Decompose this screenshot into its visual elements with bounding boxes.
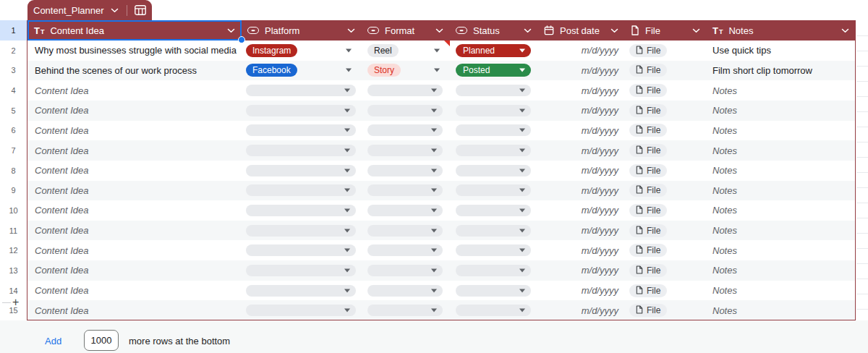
file-chip[interactable]: File <box>629 184 667 197</box>
cell-content-idea[interactable]: Content Idea <box>27 281 242 301</box>
format-placeholder-dropdown[interactable] <box>367 184 443 196</box>
cell-status[interactable] <box>450 281 538 301</box>
platform-placeholder-dropdown[interactable] <box>246 305 356 316</box>
cell-format[interactable]: Story <box>362 61 450 81</box>
cell-format[interactable] <box>362 240 450 260</box>
cell-file[interactable]: File <box>625 260 707 281</box>
chevron-down-icon[interactable] <box>610 28 618 33</box>
row-number[interactable]: 3 <box>0 61 27 81</box>
cell-status[interactable]: Planned <box>450 41 538 61</box>
cell-format[interactable] <box>362 300 450 320</box>
cell-format[interactable] <box>362 121 450 141</box>
status-placeholder-dropdown[interactable] <box>456 105 531 116</box>
dropdown-arrow-icon[interactable] <box>519 189 525 192</box>
cell-status[interactable] <box>450 300 538 320</box>
platform-chip[interactable]: Facebook <box>246 64 297 77</box>
chevron-down-icon[interactable] <box>841 28 849 33</box>
cell-notes[interactable]: Notes <box>707 181 856 201</box>
cell-platform[interactable] <box>242 240 362 260</box>
dropdown-arrow-icon[interactable] <box>431 169 437 172</box>
cell-post-date[interactable]: m/d/yyyy <box>538 41 625 61</box>
cell-content-idea[interactable]: Behind the scenes of our work process <box>27 61 242 81</box>
format-placeholder-dropdown[interactable] <box>367 85 443 96</box>
cell-status[interactable] <box>450 101 538 121</box>
platform-placeholder-dropdown[interactable] <box>246 124 356 136</box>
dropdown-arrow-icon[interactable] <box>344 89 350 93</box>
row-number[interactable]: 2 <box>0 41 27 61</box>
row-number[interactable]: 9 <box>0 181 27 201</box>
status-placeholder-dropdown[interactable] <box>456 205 531 216</box>
cell-post-date[interactable]: m/d/yyyy <box>538 260 625 281</box>
dropdown-arrow-icon[interactable] <box>431 229 437 232</box>
cell-format[interactable] <box>362 101 450 121</box>
platform-placeholder-dropdown[interactable] <box>246 165 356 176</box>
cell-file[interactable]: File <box>625 140 707 161</box>
dropdown-arrow-icon[interactable] <box>431 129 437 132</box>
status-placeholder-dropdown[interactable] <box>456 305 531 316</box>
column-header-platform[interactable]: Platform <box>242 20 362 41</box>
file-chip[interactable]: File <box>629 224 667 237</box>
cell-platform[interactable] <box>242 140 362 161</box>
format-placeholder-dropdown[interactable] <box>367 105 443 116</box>
dropdown-arrow-icon[interactable] <box>344 129 350 132</box>
dropdown-arrow-icon[interactable] <box>519 208 525 212</box>
file-chip[interactable]: File <box>629 44 667 57</box>
dropdown-arrow-icon[interactable] <box>344 169 350 172</box>
platform-placeholder-dropdown[interactable] <box>246 105 356 116</box>
chevron-down-icon[interactable] <box>347 28 355 33</box>
cell-post-date[interactable]: m/d/yyyy <box>538 161 625 181</box>
cell-format[interactable] <box>362 181 450 201</box>
cell-post-date[interactable]: m/d/yyyy <box>538 61 625 81</box>
cell-post-date[interactable]: m/d/yyyy <box>538 101 625 121</box>
format-placeholder-dropdown[interactable] <box>367 265 443 276</box>
dropdown-arrow-icon[interactable] <box>431 189 437 192</box>
row-number-selected[interactable]: 1 <box>0 20 27 41</box>
file-chip[interactable]: File <box>629 264 667 277</box>
cell-format[interactable] <box>362 80 450 101</box>
format-placeholder-dropdown[interactable] <box>367 145 443 156</box>
dropdown-arrow-icon[interactable] <box>344 149 350 153</box>
chevron-down-icon[interactable] <box>227 28 235 33</box>
cell-format[interactable]: Reel <box>362 41 450 61</box>
format-chip[interactable]: Reel <box>367 44 399 57</box>
status-pill[interactable]: Posted <box>456 64 531 77</box>
rows-count-input[interactable] <box>84 330 119 351</box>
cell-post-date[interactable]: m/d/yyyy <box>538 121 625 141</box>
cell-status[interactable] <box>450 181 538 201</box>
platform-placeholder-dropdown[interactable] <box>246 244 356 256</box>
dropdown-arrow-icon[interactable] <box>431 89 437 93</box>
dropdown-arrow-icon[interactable] <box>519 109 525 112</box>
cell-status[interactable] <box>450 221 538 241</box>
platform-placeholder-dropdown[interactable] <box>246 145 356 156</box>
cell-post-date[interactable]: m/d/yyyy <box>538 181 625 201</box>
dropdown-arrow-icon[interactable] <box>519 169 525 172</box>
cell-file[interactable]: File <box>625 200 707 221</box>
dropdown-arrow-icon[interactable] <box>431 208 437 212</box>
dropdown-arrow-icon[interactable] <box>344 289 350 292</box>
format-placeholder-dropdown[interactable] <box>367 305 443 316</box>
file-chip[interactable]: File <box>629 304 667 317</box>
cell-format[interactable] <box>362 161 450 181</box>
cell-file[interactable]: File <box>625 240 707 260</box>
cell-content-idea[interactable]: Content Idea <box>27 140 242 161</box>
cell-notes[interactable]: Use quick tips <box>707 41 856 61</box>
cell-format[interactable] <box>362 281 450 301</box>
status-placeholder-dropdown[interactable] <box>456 165 531 176</box>
cell-file[interactable]: File <box>625 61 707 81</box>
cell-notes[interactable]: Notes <box>707 300 856 320</box>
column-header-status[interactable]: Status <box>450 20 538 41</box>
cell-platform[interactable] <box>242 221 362 241</box>
cell-status[interactable] <box>450 260 538 281</box>
status-placeholder-dropdown[interactable] <box>456 265 531 276</box>
dropdown-arrow-icon[interactable] <box>431 149 437 153</box>
selection-fill-handle[interactable] <box>238 36 245 43</box>
cell-notes[interactable]: Notes <box>707 200 856 221</box>
cell-status[interactable] <box>450 240 538 260</box>
file-chip[interactable]: File <box>629 84 667 97</box>
format-placeholder-dropdown[interactable] <box>367 285 443 297</box>
format-placeholder-dropdown[interactable] <box>367 225 443 237</box>
format-placeholder-dropdown[interactable] <box>367 124 443 136</box>
status-pill[interactable]: Planned <box>456 44 531 57</box>
cell-post-date[interactable]: m/d/yyyy <box>538 80 625 101</box>
file-chip[interactable]: File <box>629 204 667 217</box>
